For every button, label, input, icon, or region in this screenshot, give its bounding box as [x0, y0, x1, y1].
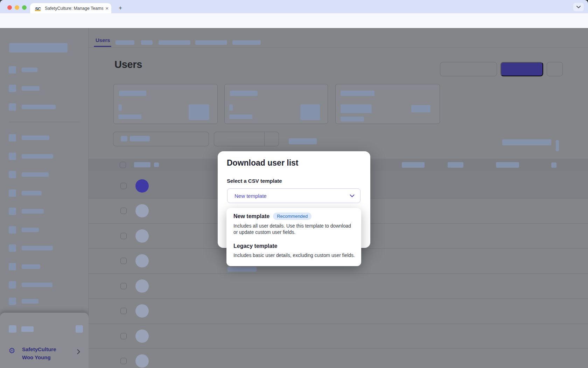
csv-template-dropdown: New templateRecommended Includes all use… [226, 208, 361, 266]
minimize-window-button[interactable] [15, 5, 19, 10]
sidebar-item-label-placeholder[interactable] [22, 68, 37, 72]
tab-strip: SC SafetyCulture: Manage Teams and... × … [0, 0, 588, 13]
tab-title: SafetyCulture: Manage Teams and... [45, 6, 103, 11]
tab-placeholder[interactable] [232, 40, 261, 45]
account-org-name: SafetyCulture [22, 346, 56, 352]
row-checkbox[interactable] [120, 208, 127, 214]
row-checkbox[interactable] [120, 183, 127, 189]
filter-split-button[interactable] [214, 132, 279, 146]
search-input[interactable] [113, 132, 209, 146]
option-title: New template [233, 213, 270, 219]
new-tab-icon[interactable]: + [117, 5, 124, 12]
browser-window: SC SafetyCulture: Manage Teams and... × … [0, 0, 588, 368]
avatar [135, 179, 149, 193]
sidebar-item-label-placeholder[interactable] [22, 299, 38, 304]
sidebar-item-label-placeholder[interactable] [22, 105, 56, 109]
search-icon [121, 136, 127, 141]
sidebar-item-icon-placeholder[interactable] [9, 153, 16, 160]
sidebar-item-icon-placeholder[interactable] [9, 66, 16, 74]
chevron-right-icon[interactable] [77, 349, 80, 354]
sidebar-item-label-placeholder[interactable] [22, 209, 44, 214]
tab-placeholder[interactable] [115, 40, 134, 45]
row-checkbox[interactable] [120, 333, 127, 339]
sidebar-item-label-placeholder[interactable] [22, 246, 53, 250]
sidebar-item-label-placeholder[interactable] [22, 264, 40, 269]
sidebar-item-icon-placeholder[interactable] [9, 189, 16, 197]
sort-icon[interactable] [154, 162, 159, 167]
stat-card [224, 84, 328, 124]
pagination-placeholder [502, 139, 551, 145]
csv-template-select[interactable]: New template [227, 188, 360, 203]
column-placeholder [496, 162, 519, 168]
avatar [135, 254, 149, 268]
sidebar-divider [9, 122, 80, 122]
secondary-action-button[interactable] [440, 62, 497, 76]
avatar [135, 354, 149, 368]
sidebar-item-label-placeholder[interactable] [22, 191, 42, 195]
scrollbar-thumb[interactable] [556, 140, 559, 151]
tab-placeholder[interactable] [141, 40, 153, 45]
avatar [135, 329, 149, 343]
avatar [135, 204, 149, 217]
redacted-cell-block [227, 267, 257, 272]
maximize-window-button[interactable] [22, 5, 27, 10]
sidebar-item-label-placeholder[interactable] [22, 86, 40, 91]
tab-placeholder[interactable] [195, 40, 227, 45]
sidebar-item-icon-placeholder[interactable] [9, 298, 16, 305]
sidebar-item-label-placeholder[interactable] [22, 136, 49, 140]
row-checkbox[interactable] [120, 358, 127, 364]
name-column-placeholder [134, 162, 150, 167]
browser-tab[interactable]: SC SafetyCulture: Manage Teams and... × [30, 3, 111, 13]
csv-template-select-value: New template [234, 193, 350, 199]
row-divider [89, 348, 588, 349]
row-divider [89, 273, 588, 274]
tab-users[interactable]: Users [96, 37, 110, 43]
stat-card [335, 84, 440, 124]
select-all-checkbox[interactable] [120, 162, 126, 168]
sidebar-item-icon-placeholder[interactable] [9, 85, 16, 92]
sidebar-item-label-placeholder[interactable] [22, 154, 53, 159]
sidebar-item-icon-placeholder[interactable] [9, 263, 16, 270]
filter-chip-placeholder[interactable] [289, 138, 317, 144]
option-description: Includes basic user details, excluding c… [233, 252, 356, 259]
row-checkbox[interactable] [120, 283, 127, 289]
sidebar-item-icon-placeholder[interactable] [9, 281, 16, 289]
page-tabs: Users [89, 28, 588, 48]
avatar [135, 279, 149, 293]
sidebar-item-icon-placeholder[interactable] [9, 171, 16, 178]
plan-icon-placeholder [9, 325, 16, 333]
primary-action-button[interactable] [500, 62, 543, 76]
gear-icon[interactable]: ⚙ [8, 347, 15, 355]
search-placeholder-block [130, 136, 150, 141]
sidebar-item-label-placeholder[interactable] [22, 283, 52, 287]
row-checkbox[interactable] [120, 233, 127, 239]
close-window-button[interactable] [7, 5, 12, 10]
sidebar-item-label-placeholder[interactable] [22, 172, 49, 177]
tab-search-chevron-icon[interactable] [573, 3, 584, 11]
sidebar-account-panel: ⚙ SafetyCulture Woo Young [0, 313, 89, 368]
row-divider [89, 298, 588, 299]
sidebar-item-icon-placeholder[interactable] [9, 103, 16, 111]
column-settings-icon[interactable] [551, 162, 556, 168]
tab-placeholder[interactable] [159, 40, 190, 45]
row-checkbox[interactable] [120, 258, 127, 264]
sidebar-item-icon-placeholder[interactable] [9, 244, 16, 252]
sidebar-item-icon-placeholder[interactable] [9, 134, 16, 141]
chevron-down-icon [350, 194, 355, 197]
sidebar-item-icon-placeholder[interactable] [9, 226, 16, 234]
option-legacy-template[interactable]: Legacy template Includes basic user deta… [233, 243, 356, 259]
account-user-name: Woo Young [22, 354, 51, 360]
sidebar-item-label-placeholder[interactable] [22, 228, 39, 232]
tab-close-icon[interactable]: × [105, 6, 108, 11]
sidebar-item-icon-placeholder[interactable] [9, 208, 16, 215]
avatar [135, 304, 149, 318]
row-checkbox[interactable] [120, 308, 127, 314]
avatar [135, 229, 149, 243]
option-new-template[interactable]: New templateRecommended Includes all use… [233, 213, 354, 236]
org-logo-placeholder [9, 43, 68, 53]
more-options-button[interactable] [547, 62, 563, 76]
option-description: Includes all user details. Use this temp… [233, 223, 354, 236]
drag-handle-dots [40, 312, 49, 313]
plan-badge-placeholder [76, 325, 83, 333]
page-title: Users [114, 59, 142, 70]
